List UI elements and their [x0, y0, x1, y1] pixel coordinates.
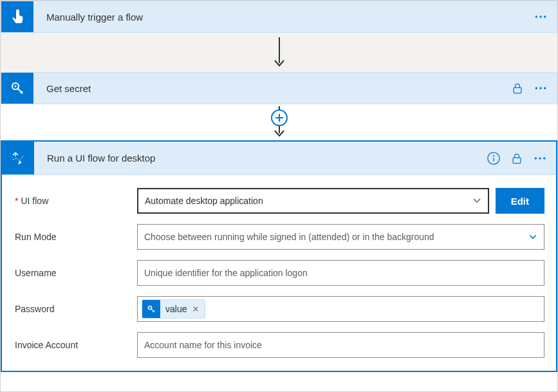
svg-point-7: [535, 87, 537, 89]
more-icon[interactable]: [534, 81, 548, 95]
svg-point-15: [535, 157, 537, 159]
step-manual-trigger[interactable]: Manually trigger a flow: [1, 1, 557, 33]
touch-icon: [1, 1, 33, 32]
runmode-select[interactable]: Choose between running while signed in (…: [137, 224, 544, 250]
uiflow-select[interactable]: Automate desktop application: [137, 188, 489, 214]
svg-point-5: [15, 86, 17, 88]
step-get-secret[interactable]: Get secret: [1, 72, 557, 104]
chevron-down-icon: [528, 232, 537, 241]
svg-point-2: [544, 15, 546, 17]
label-invoice: Invoice Account: [15, 340, 137, 350]
row-username: Username Unique identifier for the appli…: [15, 260, 544, 286]
svg-point-19: [149, 307, 150, 308]
lock-icon[interactable]: [510, 81, 525, 95]
password-token[interactable]: value: [142, 299, 205, 319]
svg-point-8: [539, 87, 541, 89]
row-uiflow: *UI flow Automate desktop application Ed…: [15, 188, 544, 214]
more-icon[interactable]: [533, 151, 547, 165]
svg-point-9: [544, 87, 546, 89]
chevron-down-icon: [472, 196, 481, 205]
label-password: Password: [15, 304, 137, 314]
connector-arrow: [1, 33, 557, 72]
label-runmode: Run Mode: [15, 232, 137, 242]
step-header[interactable]: Run a UI flow for desktop: [2, 142, 556, 175]
row-password: Password value: [15, 296, 544, 322]
step-title: Get secret: [33, 83, 501, 94]
remove-token-icon[interactable]: [192, 305, 200, 313]
form-body: *UI flow Automate desktop application Ed…: [2, 175, 556, 371]
label-uiflow: *UI flow: [15, 196, 137, 206]
uiflow-select-value: Automate desktop application: [145, 196, 466, 206]
svg-point-1: [539, 15, 541, 17]
svg-rect-14: [513, 158, 521, 163]
step-run-ui-flow: Run a UI flow for desktop *UI flow Autom…: [1, 140, 557, 372]
row-invoice: Invoice Account Account name for this in…: [15, 332, 544, 358]
runmode-placeholder: Choose between running while signed in (…: [144, 232, 522, 242]
password-input[interactable]: value: [137, 296, 544, 322]
step-title: Run a UI flow for desktop: [34, 153, 478, 163]
username-input[interactable]: Unique identifier for the application lo…: [137, 260, 544, 286]
add-step-button[interactable]: [271, 109, 288, 126]
username-placeholder: Unique identifier for the application lo…: [144, 268, 537, 278]
invoice-input[interactable]: Account name for this invoice: [137, 332, 544, 358]
uiflow-icon: [2, 142, 34, 174]
step-title: Manually trigger a flow: [33, 12, 525, 23]
svg-point-16: [539, 157, 541, 159]
info-icon[interactable]: [487, 151, 501, 165]
svg-point-0: [535, 15, 537, 17]
keyvault-icon: [1, 73, 33, 104]
svg-point-17: [543, 157, 545, 159]
svg-rect-6: [514, 88, 521, 93]
label-username: Username: [15, 268, 137, 278]
lock-icon[interactable]: [510, 151, 524, 165]
invoice-placeholder: Account name for this invoice: [144, 340, 537, 350]
token-label: value: [165, 304, 187, 314]
connector-arrow: [1, 104, 557, 140]
keyvault-icon: [142, 300, 160, 318]
row-runmode: Run Mode Choose between running while si…: [15, 224, 544, 250]
svg-point-13: [494, 155, 494, 156]
more-icon[interactable]: [534, 10, 548, 24]
edit-button[interactable]: Edit: [496, 188, 544, 214]
